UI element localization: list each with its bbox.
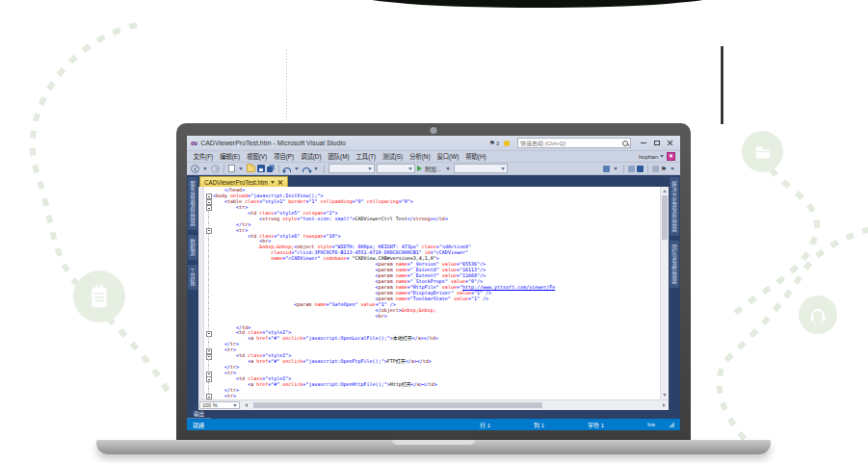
quick-launch-input[interactable] [518,141,621,146]
laptop-camera [431,127,437,134]
minimize-button[interactable] [637,138,649,149]
new-file-icon[interactable] [228,165,235,172]
menu-item[interactable]: 项目(P) [271,152,298,161]
outline-fold-icon[interactable] [204,394,213,399]
quick-launch[interactable] [517,138,631,148]
dark-blob [355,0,721,8]
output-panel-row: 输出 [187,410,680,419]
toolbox-icon[interactable] [652,166,659,172]
status-ready: 就绪 [193,421,480,429]
folder-badge [742,131,783,172]
vs-main-area: 服务器资源管理器数据源工具箱 CADViewerProTest.htm [187,175,680,410]
chevron-down-icon[interactable] [660,155,664,158]
menu-item[interactable]: 测试(S) [380,152,407,161]
close-button[interactable] [664,138,676,149]
toolbar-separator [324,165,325,173]
dashed-path-left [33,25,168,391]
feedback-smiley-icon[interactable] [504,141,510,146]
tool-window-tab[interactable]: 工具箱 [188,265,197,290]
menu-item[interactable]: 工具(T) [353,152,380,161]
tool-window-tab[interactable]: 团队资源管理器 [670,241,679,288]
navigate-back-icon[interactable] [191,165,199,173]
chevron-down-icon[interactable] [239,167,243,170]
undo-icon[interactable] [283,167,291,172]
vs-titlebar[interactable]: ∞ CADViewerProTest.htm - Microsoft Visua… [187,136,680,151]
chevron-down-icon[interactable] [314,167,318,170]
horizontal-scrollbar[interactable] [242,400,669,410]
code-lines: </head><body onload="javascript:InitView… [204,187,660,399]
output-tab[interactable]: 输出 [187,410,211,419]
menu-item[interactable]: 文件(F) [190,152,217,161]
status-bar: 就绪 行 1 列 1 字符 1 Ins [187,419,680,430]
editor-zoom-value: 100 % [202,402,218,408]
open-file-icon[interactable] [247,166,255,172]
navigate-forward-icon[interactable] [211,165,220,173]
properties-icon[interactable] [637,166,644,172]
chevron-down-icon[interactable] [295,167,299,170]
chevron-down-icon[interactable] [671,167,674,170]
status-column: 列 1 [534,421,588,429]
tool-window-tab[interactable]: 解决方案资源管理器 [670,177,679,236]
visual-studio-window: ∞ CADViewerProTest.htm - Microsoft Visua… [187,136,680,430]
bookmark-flag-icon[interactable]: ⚑ [661,166,667,172]
notification-count: 3 [496,141,499,146]
page: ∞ CADViewerProTest.htm - Microsoft Visua… [0,0,868,463]
menu-item[interactable]: 分析(N) [407,152,434,161]
menu-item[interactable]: 编辑(E) [217,152,244,161]
scroll-down-icon[interactable] [663,394,667,397]
editor-bottom-bar: 100 % [198,399,669,410]
redo-icon[interactable] [302,167,310,172]
menu-list: 文件(F)编辑(E)视图(V)项目(P)调试(D)团队(M)工具(T)测试(S)… [190,152,489,161]
save-icon[interactable] [257,165,265,172]
user-name[interactable]: hophan [639,154,658,160]
menu-item[interactable]: 帮助(H) [462,152,489,161]
vertical-scroll-thumb[interactable] [662,195,668,240]
maximize-button[interactable] [650,138,663,149]
scroll-up-icon[interactable] [663,190,667,193]
code-editor[interactable]: </head><body onload="javascript:InitView… [198,187,669,399]
document-tab-label: CADViewerProTest.htm [204,179,268,186]
chevron-down-icon [233,404,237,407]
tool-window-tab[interactable]: 服务器资源管理器 [188,177,197,230]
menu-item[interactable]: 调试(D) [298,152,325,161]
scroll-right-icon[interactable] [663,403,666,407]
clipboard-badge [73,270,125,322]
menu-item[interactable]: 窗口(W) [434,152,462,161]
toolbar-separator [623,165,624,173]
vs-menubar: 文件(F)编辑(E)视图(V)项目(P)调试(D)团队(M)工具(T)测试(S)… [187,151,680,162]
editor-column: CADViewerProTest.htm </head><body onload… [198,175,669,410]
solution-explorer-icon[interactable] [628,166,635,172]
horizontal-scroll-thumb[interactable] [253,402,542,408]
resize-grip-icon[interactable] [669,422,674,427]
menu-item[interactable]: 视图(V) [244,152,271,161]
configuration-combo[interactable] [329,164,375,173]
toolbar-separator [278,165,279,173]
user-avatar[interactable] [667,152,675,161]
scroll-left-icon[interactable] [245,403,248,407]
vertical-scrollbar[interactable] [660,187,669,399]
chevron-down-icon[interactable] [203,167,207,170]
platform-combo[interactable] [377,164,415,173]
tab-dropdown-icon[interactable] [271,181,275,184]
editor-zoom-control[interactable]: 100 % [199,401,240,409]
tab-close-icon[interactable] [277,179,283,185]
status-insert-mode: Ins [647,422,669,427]
headphones-icon [807,304,829,325]
browser-combo[interactable] [454,164,508,173]
toolbar-separator [647,165,648,173]
save-all-icon[interactable] [267,165,275,172]
laptop-base [96,440,771,454]
menu-item[interactable]: 团队(M) [325,152,353,161]
dashed-path-right-b [720,229,868,454]
status-character: 字符 1 [588,421,647,429]
find-in-files-icon[interactable] [603,166,610,172]
laptop-screen: ∞ CADViewerProTest.htm - Microsoft Visua… [187,136,680,430]
start-debug-icon[interactable] [417,166,422,171]
chevron-down-icon[interactable] [614,167,618,170]
toolbar-separator [224,165,224,173]
attach-button[interactable]: 附加... [425,165,441,173]
chevron-down-icon[interactable] [446,167,450,170]
notifications-flag-icon[interactable]: ⚑ [489,140,495,146]
tool-window-tab[interactable]: 数据源 [188,235,197,260]
document-tab[interactable]: CADViewerProTest.htm [199,176,288,187]
